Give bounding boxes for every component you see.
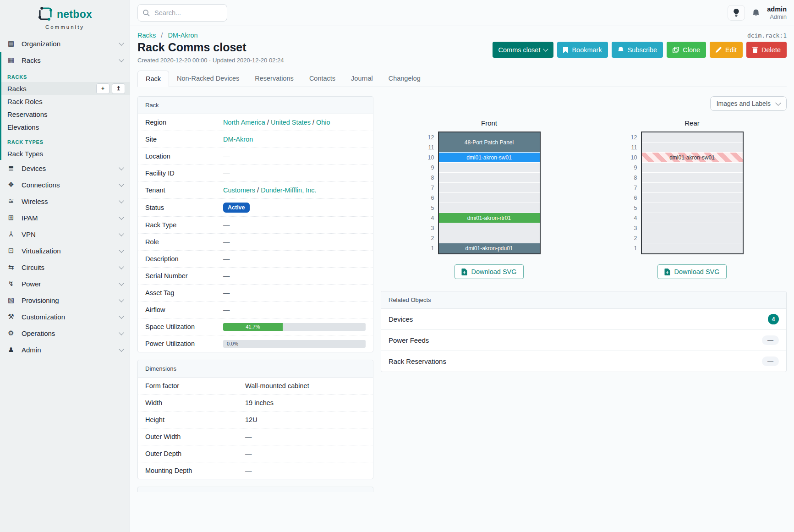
sidebar-item-vpn[interactable]: ⅄ VPN — [0, 226, 130, 242]
provisioning-icon: ▧ — [6, 296, 16, 304]
admin-icon: ♟ — [6, 346, 16, 354]
operations-icon: ⚙ — [6, 329, 16, 337]
theme-toggle-button[interactable] — [728, 5, 745, 21]
rack-unit-empty[interactable] — [642, 163, 743, 173]
row-label: Site — [145, 136, 223, 143]
clone-button[interactable]: Clone — [667, 42, 706, 58]
sidebar-item-rack-types[interactable]: Rack Types — [1, 147, 130, 160]
elevation-view-select[interactable]: Images and Labels — [710, 96, 787, 111]
connections-icon: ❖ — [6, 181, 16, 189]
chevron-down-icon — [119, 198, 124, 203]
site-link[interactable]: DM-Akron — [223, 136, 253, 143]
rack-unit-empty[interactable] — [642, 183, 743, 193]
breadcrumb-site-link[interactable]: DM-Akron — [168, 32, 197, 39]
rack-unit-empty[interactable] — [642, 143, 743, 153]
rack-unit-empty[interactable] — [642, 173, 743, 183]
row-value: Wall-mounted cabinet — [245, 382, 366, 389]
rack-unit-empty[interactable] — [642, 243, 743, 253]
row-label: Asset Tag — [145, 289, 223, 296]
object-reference: dcim.rack:1 — [747, 32, 787, 39]
sidebar-item-reservations[interactable]: Reservations — [1, 108, 130, 121]
sidebar-item-virtualization[interactable]: ⊡ Virtualization — [0, 242, 130, 259]
rack-unit-empty[interactable] — [439, 193, 540, 203]
sidebar-item-racks[interactable]: ▦ Racks — [1, 52, 130, 68]
rack-unit-device-rear-face[interactable]: dmi01-akron-sw01 — [642, 153, 743, 163]
row-description: Description — — [138, 251, 373, 268]
rack-unit-empty[interactable] — [439, 233, 540, 243]
rack-unit-device[interactable]: dmi01-akron-rtr01 — [439, 213, 540, 223]
delete-button[interactable]: Delete — [746, 42, 787, 58]
tenant-group-link[interactable]: Customers — [223, 186, 255, 194]
front-title: Front — [481, 119, 497, 127]
sidebar-item-organization[interactable]: ▤ Organization — [0, 35, 130, 52]
trash-icon — [752, 47, 758, 53]
rack-unit-device[interactable]: 48-Port Patch Panel — [439, 132, 540, 153]
next-panel-partial — [137, 487, 373, 492]
rack-unit-empty[interactable] — [439, 173, 540, 183]
subscribe-button[interactable]: Subscribe — [612, 42, 663, 58]
user-menu[interactable]: admin Admin — [767, 5, 787, 21]
related-rack-reservations-link[interactable]: Rack Reservations — [389, 357, 446, 365]
breadcrumb-racks-link[interactable]: Racks — [137, 32, 156, 39]
tab-reservations[interactable]: Reservations — [247, 71, 301, 87]
sidebar-item-circuits[interactable]: ⇆ Circuits — [0, 259, 130, 275]
sidebar-item-wireless[interactable]: ≋ Wireless — [0, 193, 130, 209]
tab-non-racked-devices[interactable]: Non-Racked Devices — [169, 71, 247, 87]
rack-unit-empty[interactable] — [642, 233, 743, 243]
sidebar-item-devices[interactable]: ≣ Devices — [0, 160, 130, 176]
user-role: Admin — [767, 13, 787, 21]
notifications-button[interactable] — [752, 9, 760, 17]
sidebar-item-ipam[interactable]: ⊞ IPAM — [0, 209, 130, 226]
rack-unit-device[interactable]: dmi01-akron-sw01 — [439, 153, 540, 163]
row-label: Airflow — [145, 306, 223, 313]
download-svg-rear-button[interactable]: Download SVG — [657, 264, 726, 279]
import-button[interactable]: ↥ — [112, 83, 125, 94]
rack-unit-empty[interactable] — [439, 223, 540, 233]
rack-unit-empty[interactable] — [642, 223, 743, 233]
sidebar-item-rack-roles[interactable]: Rack Roles — [1, 95, 130, 108]
netbox-logo[interactable]: netbox Community — [0, 0, 130, 35]
tab-contacts[interactable]: Contacts — [301, 71, 343, 87]
tab-journal[interactable]: Journal — [343, 71, 381, 87]
row-value: 19 inches — [245, 399, 366, 406]
sidebar-item-operations[interactable]: ⚙ Operations — [0, 325, 130, 341]
bookmark-button[interactable]: Bookmark — [557, 42, 608, 58]
region-link[interactable]: Ohio — [316, 119, 330, 126]
sidebar-item-racks-list[interactable]: Racks + ↥ — [1, 82, 130, 95]
rack-unit-empty[interactable] — [642, 213, 743, 223]
sidebar-item-elevations[interactable]: Elevations — [1, 121, 130, 133]
row-location: Location — — [138, 148, 373, 165]
sidebar-item-provisioning[interactable]: ▧ Provisioning — [0, 292, 130, 308]
space-utilization-bar: 41.7% — [223, 323, 366, 331]
rack-unit-empty[interactable] — [439, 203, 540, 213]
rack-unit-device[interactable]: dmi01-akron-pdu01 — [439, 243, 540, 253]
tab-changelog[interactable]: Changelog — [381, 71, 428, 87]
sidebar-item-admin[interactable]: ♟ Admin — [0, 341, 130, 358]
related-devices-link[interactable]: Devices — [389, 315, 413, 323]
rack-unit-empty[interactable] — [642, 193, 743, 203]
edit-button[interactable]: Edit — [710, 42, 743, 58]
row-height: Height 12U — [138, 411, 373, 428]
tenant-link[interactable]: Dunder-Mifflin, Inc. — [261, 186, 316, 194]
file-download-icon — [461, 269, 467, 275]
rack-unit-empty[interactable] — [642, 203, 743, 213]
sidebar-item-power[interactable]: ↯ Power — [0, 275, 130, 292]
rack-panel-title: Rack — [138, 97, 373, 114]
rack-name-dropdown-button[interactable]: Comms closet — [493, 42, 554, 58]
lightbulb-icon — [733, 9, 739, 17]
rack-unit-empty[interactable] — [642, 132, 743, 143]
circuits-icon: ⇆ — [6, 263, 16, 271]
tab-rack[interactable]: Rack — [137, 71, 169, 87]
sidebar-item-connections[interactable]: ❖ Connections — [0, 176, 130, 193]
row-label: Width — [145, 399, 245, 406]
add-button[interactable]: + — [96, 83, 110, 94]
rack-unit-empty[interactable] — [439, 183, 540, 193]
rack-unit-empty[interactable] — [439, 163, 540, 173]
related-power-feeds-link[interactable]: Power Feeds — [389, 336, 429, 344]
search-input[interactable] — [137, 4, 227, 22]
tab-bar: Rack Non-Racked Devices Reservations Con… — [137, 71, 787, 87]
region-link[interactable]: United States — [271, 119, 311, 126]
sidebar-item-customization[interactable]: ⚒ Customization — [0, 308, 130, 325]
download-svg-front-button[interactable]: Download SVG — [454, 264, 523, 279]
region-link[interactable]: North America — [223, 119, 265, 126]
